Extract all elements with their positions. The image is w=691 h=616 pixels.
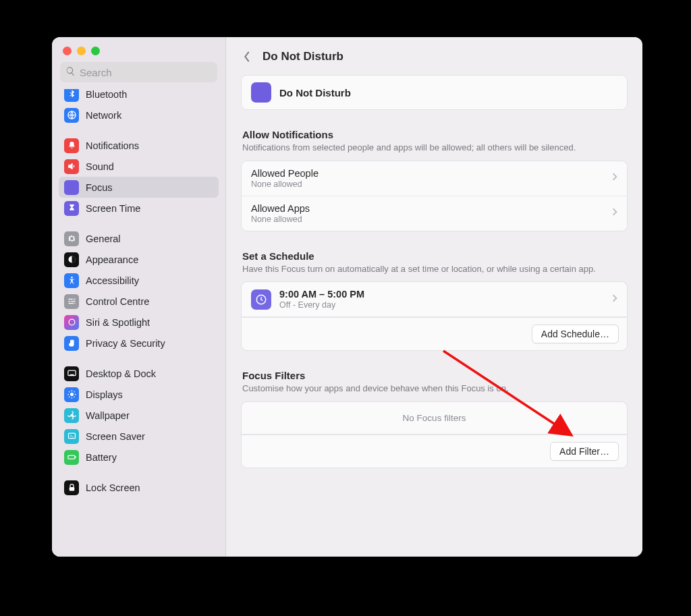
row-subtitle: None allowed [251,215,310,224]
filters-empty-label: No Focus filters [242,402,627,435]
battery-icon [64,450,79,465]
chevron-right-icon [612,172,617,184]
globe-icon [64,108,79,123]
sliders-icon [64,294,79,309]
moon-icon [64,180,79,195]
screensaver-icon [64,429,79,444]
row-title: Allowed People [251,168,319,179]
sidebar-item-general[interactable]: General [59,228,219,249]
sidebar-item-accessibility[interactable]: Accessibility [59,270,219,291]
svg-point-2 [71,277,73,279]
titlebar: Do Not Disturb [226,37,642,71]
add-filter-button[interactable]: Add Filter… [550,442,619,461]
focus-filters-section: Focus Filters Customise how your apps an… [241,370,628,468]
allow-list: Allowed People None allowed Allowed Apps… [241,161,628,231]
accessibility-icon [64,273,79,288]
svg-rect-11 [67,455,74,459]
schedule-time: 9:00 AM – 5:00 PM [279,289,604,300]
sidebar-item-privacy-security[interactable]: Privacy & Security [59,333,219,354]
svg-rect-8 [68,433,75,439]
bell-icon [64,138,79,153]
svg-point-10 [72,437,73,437]
allowed-apps-row[interactable]: Allowed Apps None allowed [242,196,627,231]
sidebar-item-battery[interactable]: Battery [59,447,219,468]
flower-icon [64,408,79,423]
svg-point-6 [70,393,74,396]
sidebar-item-siri-spotlight[interactable]: Siri & Spotlight [59,312,219,333]
sidebar-item-label: Displays [86,389,123,400]
search-field[interactable] [60,62,217,82]
sidebar-item-label: Bluetooth [86,89,127,100]
sidebar-item-sound[interactable]: Sound [59,156,219,177]
moon-icon [251,82,271,103]
sidebar-item-screen-time[interactable]: Screen Time [59,198,219,219]
content: Do Not Disturb Allow Notifications Notif… [226,71,642,557]
brightness-icon [64,387,79,402]
close-window-button[interactable] [63,47,72,55]
focus-hero-label: Do Not Disturb [279,87,351,99]
back-button[interactable] [240,49,254,64]
section-title: Focus Filters [242,370,626,381]
sidebar: Bluetooth Network Notifications Sound [52,37,226,557]
sidebar-item-label: General [86,233,121,244]
focus-hero-row[interactable]: Do Not Disturb [241,75,628,110]
lock-icon [64,480,79,495]
speaker-icon [64,159,79,174]
allowed-people-row[interactable]: Allowed People None allowed [242,161,627,196]
sidebar-item-label: Battery [86,452,117,463]
search-input[interactable] [80,67,212,78]
sidebar-item-label: Siri & Spotlight [86,317,150,328]
schedule-row[interactable]: 9:00 AM – 5:00 PM Off - Every day [242,282,627,317]
filters-card: No Focus filters Add Filter… [241,401,628,468]
sidebar-item-label: Control Centre [86,296,149,307]
svg-rect-5 [70,374,74,375]
sidebar-item-label: Notifications [86,140,139,151]
row-title: Allowed Apps [251,203,310,214]
sidebar-item-appearance[interactable]: Appearance [59,249,219,270]
sidebar-item-lock-screen[interactable]: Lock Screen [59,477,219,498]
sidebar-item-screen-saver[interactable]: Screen Saver [59,426,219,447]
svg-point-3 [69,319,75,325]
chevron-right-icon [612,293,617,306]
sidebar-item-label: Accessibility [86,275,139,286]
sidebar-item-wallpaper[interactable]: Wallpaper [59,405,219,426]
sidebar-item-label: Wallpaper [86,410,130,421]
svg-point-9 [70,435,72,437]
window-controls [52,37,225,62]
add-schedule-button[interactable]: Add Schedule… [532,325,619,343]
sidebar-item-bluetooth[interactable]: Bluetooth [59,89,219,105]
settings-window: Bluetooth Network Notifications Sound [52,37,642,557]
sidebar-item-label: Screen Saver [86,431,145,442]
dock-icon [64,366,79,381]
sidebar-item-control-centre[interactable]: Control Centre [59,291,219,312]
section-subtitle: Have this Focus turn on automatically at… [242,263,626,275]
svg-rect-12 [75,456,76,458]
sidebar-item-displays[interactable]: Displays [59,384,219,405]
sidebar-item-label: Network [86,110,121,121]
sidebar-item-focus[interactable]: Focus [59,177,219,198]
sidebar-item-notifications[interactable]: Notifications [59,135,219,156]
sidebar-item-label: Privacy & Security [86,338,165,349]
page-title: Do Not Disturb [262,50,343,63]
search-icon [65,66,76,79]
sidebar-item-label: Focus [86,182,113,193]
siri-icon [64,315,79,330]
sidebar-item-label: Lock Screen [86,482,140,493]
bluetooth-icon [64,89,79,102]
sidebar-item-label: Sound [86,161,114,172]
hand-icon [64,336,79,351]
allow-notifications-section: Allow Notifications Notifications from s… [241,129,628,231]
schedule-detail: Off - Every day [279,300,604,310]
zoom-window-button[interactable] [91,47,100,55]
clock-icon [251,289,271,310]
sidebar-item-desktop-dock[interactable]: Desktop & Dock [59,363,219,384]
appearance-icon [64,252,79,267]
section-title: Set a Schedule [242,250,626,262]
sidebar-item-network[interactable]: Network [59,105,219,125]
minimize-window-button[interactable] [77,47,86,55]
sidebar-item-label: Appearance [86,254,138,265]
hourglass-icon [64,201,79,216]
main-panel: Do Not Disturb Do Not Disturb Allow Noti… [226,37,642,557]
sidebar-item-label: Desktop & Dock [86,368,156,379]
schedule-card: 9:00 AM – 5:00 PM Off - Every day Add Sc… [241,281,628,351]
